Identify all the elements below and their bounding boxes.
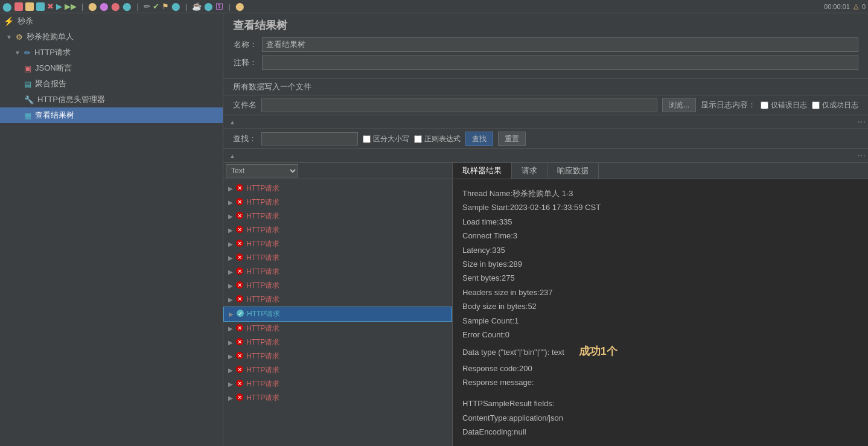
tree-item[interactable]: ▶✕HTTP请求 (223, 322, 452, 336)
tree-icon: ▦ (24, 111, 31, 120)
sidebar-item-header[interactable]: 🔧 HTTP信息头管理器 (0, 92, 223, 107)
tree-item-label: HTTP请求 (246, 379, 279, 389)
tree-item[interactable]: ▶✕HTTP请求 (223, 391, 452, 405)
tree-item-label: HTTP请求 (246, 239, 279, 249)
name-row: 名称： (233, 37, 858, 52)
file-label: 文件名 (233, 100, 257, 110)
tree-item-label: HTTP请求 (246, 365, 279, 375)
tree-expand-arrow: ▶ (228, 213, 233, 220)
key-icon[interactable]: ⚿ (215, 2, 223, 11)
tree-item[interactable]: ▶✕HTTP请求 (223, 279, 452, 293)
error-only-checkbox[interactable] (761, 101, 768, 109)
detail-field-key: Connect Time:3 (462, 229, 517, 243)
file-input[interactable] (261, 98, 657, 112)
display-log-label: 显示日志内容： (701, 100, 756, 110)
chart-icon[interactable]: ⬤ (235, 2, 244, 11)
tree-item[interactable]: ▶✕HTTP请求 (223, 196, 452, 209)
sidebar-item-agg[interactable]: ▤ 聚合报告 (0, 76, 223, 92)
flag-icon[interactable]: ⚑ (162, 2, 169, 11)
tree-item[interactable]: ▶✓HTTP请求 (223, 307, 452, 322)
tree-item[interactable]: ▶✕HTTP请求 (223, 349, 452, 363)
icon2 (25, 2, 34, 11)
top-bar-icons: ⬤ ✖ ▶ ▶▶ | ⬤ ⬤ ⬤ ⬤ | ✏ ✔ ⚑ ⬤ | ☕ ⬤ ⚿ | ⬤ (2, 2, 244, 11)
tree-item[interactable]: ▶✕HTTP请求 (223, 377, 452, 391)
sidebar-item-result-tree[interactable]: ▦ 查看结果树 (0, 107, 223, 123)
dots-menu-1[interactable]: ··· (858, 116, 866, 127)
play-icon[interactable]: ▶ (56, 2, 62, 11)
reset-button[interactable]: 重置 (498, 132, 526, 146)
svg-text:✓: ✓ (238, 310, 243, 317)
detail-field-key: Response code:200 (462, 362, 532, 375)
search-input[interactable] (261, 132, 358, 145)
success-only-checkbox-item[interactable]: 仅成功日志 (812, 100, 858, 110)
error-icon: ✕ (235, 281, 244, 291)
tab-sampler-result[interactable]: 取样器结果 (453, 163, 512, 179)
error-icon: ✕ (235, 337, 244, 348)
tree-item[interactable]: ▶✕HTTP请求 (223, 336, 452, 349)
success-icon: ✓ (236, 309, 244, 319)
collapse-arrow-1[interactable]: ▲ (226, 118, 239, 127)
collapse-arrow-2[interactable]: ▲ (226, 151, 239, 161)
svg-text:✕: ✕ (237, 325, 242, 331)
detail-panel: 取样器结果 请求 响应数据 Thread Name:秒杀抢购单人 1-3Samp… (453, 163, 868, 446)
sidebar-item-app[interactable]: ⚡ 秒杀 (0, 13, 223, 29)
tab-request[interactable]: 请求 (512, 163, 547, 179)
browse-button[interactable]: 浏览... (662, 98, 696, 112)
svg-text:✕: ✕ (237, 366, 242, 373)
search-label: 查找： (233, 133, 257, 144)
search-button[interactable]: 查找 (465, 132, 493, 146)
sidebar-agg-label: 聚合报告 (35, 78, 66, 89)
detail-field-key: HTTPSampleResult fields: (462, 397, 554, 410)
success-only-checkbox[interactable] (812, 101, 820, 109)
top-bar-right: 00:00:01 △ 0 (824, 2, 866, 10)
detail-field-key: Sent bytes:275 (462, 271, 515, 285)
pencil-icon[interactable]: ✏ (144, 2, 150, 11)
network-icon[interactable]: ⬤ (204, 2, 213, 11)
sidebar-http-label: HTTP请求 (34, 47, 71, 58)
detail-field-row: Size in bytes:289 (462, 257, 858, 271)
check-icon[interactable]: ✔ (153, 2, 159, 11)
tree-item[interactable]: ▶✕HTTP请求 (223, 363, 452, 377)
tree-item[interactable]: ▶✕HTTP请求 (223, 209, 452, 223)
sidebar: ⚡ 秒杀 ▼ ⚙ 秒杀抢购单人 ▼ ✏ HTTP请求 ▣ JSON断言 ▤ 聚合… (0, 13, 223, 446)
case-sensitive-item[interactable]: 区分大小写 (363, 134, 409, 144)
tree-expand-arrow: ▶ (228, 255, 233, 261)
tree-item[interactable]: ▶✕HTTP请求 (223, 223, 452, 237)
tool4-icon[interactable]: ⬤ (123, 2, 132, 11)
name-label: 名称： (233, 39, 257, 50)
detail-field-row: Headers size in bytes:237 (462, 285, 858, 299)
tool2-icon[interactable]: ⬤ (100, 2, 109, 11)
run-icon[interactable]: ▶▶ (65, 2, 77, 11)
tree-item[interactable]: ▶✕HTTP请求 (223, 182, 452, 196)
regex-checkbox[interactable] (414, 135, 422, 143)
case-sensitive-checkbox[interactable] (363, 135, 371, 143)
detail-tabs: 取样器结果 请求 响应数据 (453, 163, 868, 179)
tree-item-label: HTTP请求 (246, 253, 279, 263)
tree-expand-arrow: ▶ (229, 311, 234, 317)
coffee-icon[interactable]: ☕ (192, 2, 202, 11)
error-only-checkbox-item[interactable]: 仅错误日志 (761, 100, 807, 110)
tree-item[interactable]: ▶✕HTTP请求 (223, 265, 452, 279)
svg-text:✕: ✕ (237, 240, 242, 247)
tree-item[interactable]: ▶✕HTTP请求 (223, 293, 452, 307)
search-bar: 查找： 区分大小写 正则表达式 查找 重置 (223, 129, 868, 149)
format-select[interactable]: Text JSON XML HTML Regexp Tester (226, 164, 298, 177)
tree-item[interactable]: ▶✕HTTP请求 (223, 251, 452, 265)
error-icon: ✕ (235, 183, 244, 194)
tab-response-data[interactable]: 响应数据 (547, 163, 599, 179)
tree-item[interactable]: ▶✕HTTP请求 (223, 237, 452, 251)
content-header: 查看结果树 名称： 注释： (223, 13, 868, 79)
sidebar-item-http[interactable]: ▼ ✏ HTTP请求 (0, 45, 223, 60)
dots-menu-2[interactable]: ··· (858, 150, 866, 161)
svg-text:✕: ✕ (237, 282, 242, 288)
name-input[interactable] (262, 37, 858, 52)
tool3-icon[interactable]: ⬤ (111, 2, 120, 11)
tool1-icon[interactable]: ⬤ (88, 2, 97, 11)
sidebar-item-plan[interactable]: ▼ ⚙ 秒杀抢购单人 (0, 29, 223, 45)
regex-item[interactable]: 正则表达式 (414, 134, 461, 144)
search-icon2[interactable]: ⬤ (171, 2, 180, 11)
warning-icon: △ (854, 2, 858, 10)
stop-icon[interactable]: ✖ (47, 2, 54, 11)
comment-input[interactable] (262, 56, 858, 70)
sidebar-item-json[interactable]: ▣ JSON断言 (0, 60, 223, 76)
